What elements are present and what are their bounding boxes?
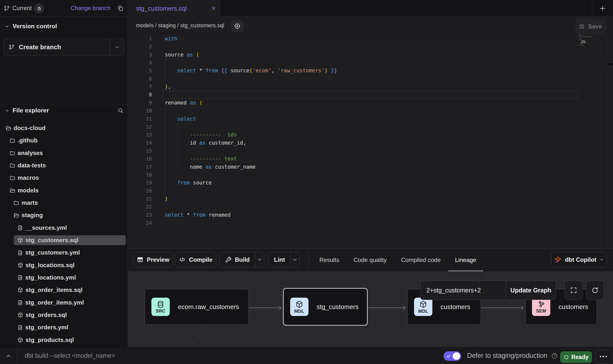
tree-item-data-tests[interactable]: data-tests (0, 159, 128, 172)
panel-tab-results[interactable]: Results (319, 249, 339, 271)
node-label: stg_customers (317, 303, 359, 311)
model-cube-icon (17, 287, 23, 293)
compile-label: Compile (189, 256, 213, 263)
editor-scrollbar[interactable] (607, 34, 608, 248)
editor-scrollbar-notch (608, 63, 613, 65)
model-cube-icon (17, 337, 23, 343)
tree-item-label: stg_products.sql (26, 337, 74, 343)
lint-main[interactable]: Lint (269, 252, 290, 267)
tree-item-staging[interactable]: staging (0, 209, 128, 221)
node-label: customers (441, 303, 470, 311)
tree-item-stg-orders-yml[interactable]: stg_orders.yml (0, 321, 128, 334)
code-icon (179, 256, 186, 263)
compile-button[interactable]: Compile (175, 252, 216, 267)
refresh-icon (591, 286, 599, 294)
tree-item--sources-yml[interactable]: __sources.yml (0, 222, 128, 234)
tree-item-stg-locations-sql[interactable]: stg_locations.sql (0, 259, 128, 271)
lineage-node-mdl-stg-customers[interactable]: MDLstg_customers (283, 288, 368, 326)
fullscreen-button[interactable] (565, 281, 583, 300)
more-options-button[interactable] (595, 350, 612, 364)
panel-tab-code-quality[interactable]: Code quality (354, 249, 387, 271)
lineage-selector-input[interactable]: 2+stg_customers+2 (421, 281, 506, 300)
update-graph-button[interactable]: Update Graph (506, 281, 556, 300)
save-label: Save (588, 23, 602, 30)
version-control-header[interactable]: Version control (0, 21, 128, 32)
lineage-node-src-ecom-raw-customers[interactable]: SRCecom.raw_customers (145, 289, 249, 325)
expand-command-bar-button[interactable] (3, 350, 14, 361)
code-editor[interactable]: 1with23source as (45 select * from {{ so… (128, 34, 613, 248)
line-source: with (165, 35, 177, 43)
status-circle-icon (564, 355, 569, 360)
ide-status-badge[interactable]: Ready (560, 351, 592, 363)
lineage-graph[interactable]: SRCecom.raw_customersMDLstg_customersMDL… (128, 271, 613, 347)
refresh-button[interactable] (586, 281, 604, 300)
line-number: 2 (128, 43, 152, 51)
tree-item--github[interactable]: .github (0, 134, 128, 147)
tree-item-stg-customers-sql[interactable]: stg_customers.sql (0, 234, 128, 246)
tree-item-analyses[interactable]: analyses (0, 147, 128, 159)
folder-open-icon (5, 125, 11, 131)
folder-icon (9, 137, 15, 143)
help-icon[interactable] (551, 352, 558, 359)
tree-item-label: marts (22, 199, 38, 206)
tree-item-stg-order-items-sql[interactable]: stg_order_items.sql (0, 284, 128, 296)
line-number: 9 (128, 99, 152, 107)
create-branch-main[interactable]: Create branch (4, 39, 110, 55)
tree-item-models[interactable]: models (0, 184, 128, 197)
dbt-copilot-button[interactable]: dbt Copilot (551, 252, 607, 267)
create-branch-caret[interactable] (110, 39, 124, 55)
line-number: 8 (128, 91, 152, 99)
file-explorer-header[interactable]: File explorer (0, 105, 128, 116)
close-tab-icon[interactable] (211, 6, 216, 11)
tree-item-docs-cloud[interactable]: docs-cloud (0, 122, 128, 134)
statusbar-divider (17, 347, 17, 364)
tab-stg-customers-sql[interactable]: stg_customers.sql (128, 0, 220, 17)
new-tab-button[interactable] (592, 0, 613, 17)
database-icon (157, 300, 165, 308)
file-icon (17, 250, 23, 256)
line-number: 21 (128, 195, 152, 203)
defer-toggle[interactable] (444, 351, 461, 361)
command-input[interactable]: dbt build --select <model_name> (25, 347, 115, 364)
tree-item-stg-order-items-yml[interactable]: stg_order_items.yml (0, 296, 128, 309)
file-icon (17, 325, 23, 330)
line-source: from source (165, 179, 212, 187)
line-source: select * from renamed (165, 211, 231, 219)
tree-item-macros[interactable]: macros (0, 172, 128, 184)
dbt-logo-icon (554, 256, 562, 263)
create-branch-button: Create branch (3, 39, 124, 55)
save-button[interactable]: Save (575, 19, 606, 34)
tree-item-stg-customers-yml[interactable]: stg_customers.yml (0, 246, 128, 259)
sidebar: Current Change branch Version control (0, 0, 128, 347)
line-source: id as customer_id, (165, 139, 246, 147)
lint-button: Lint (268, 252, 300, 267)
tree-item-stg-products-sql[interactable]: stg_products.sql (0, 334, 128, 346)
wrench-icon (225, 257, 231, 263)
tree-item-stg-locations-yml[interactable]: stg_locations.yml (0, 271, 128, 284)
tree-item-label: .github (18, 137, 38, 144)
tree-item-marts[interactable]: marts (0, 197, 128, 209)
panel-tab-compiled-code[interactable]: Compiled code (401, 249, 441, 271)
breadcrumb: models / staging / stg_customers.sql (136, 17, 224, 34)
build-caret[interactable] (255, 252, 264, 267)
search-icon[interactable] (117, 107, 124, 114)
copy-icon[interactable] (117, 5, 124, 12)
panel-tab-lineage[interactable]: Lineage (455, 249, 476, 271)
badge-label: MDL (294, 309, 305, 314)
line-source: select (165, 115, 196, 123)
tree-item-label: docs-cloud (14, 125, 46, 131)
lint-caret[interactable] (290, 252, 299, 267)
node-badge-mdl: MDL (290, 298, 308, 316)
open-in-lineage-button[interactable] (231, 20, 244, 32)
folder-icon (13, 200, 19, 206)
node-badge-src: SRC (151, 298, 170, 316)
cube-icon (419, 300, 427, 309)
tree-item-stg-orders-sql[interactable]: stg_orders.sql (0, 309, 128, 321)
change-branch-link[interactable]: Change branch (71, 5, 111, 12)
build-main[interactable]: Build (220, 252, 255, 267)
line-number: 7 (128, 83, 152, 91)
code-line-11: 11 select (128, 115, 613, 123)
preview-button[interactable]: Preview (133, 252, 173, 267)
file-icon (17, 225, 23, 231)
line-source: ) (165, 195, 168, 203)
